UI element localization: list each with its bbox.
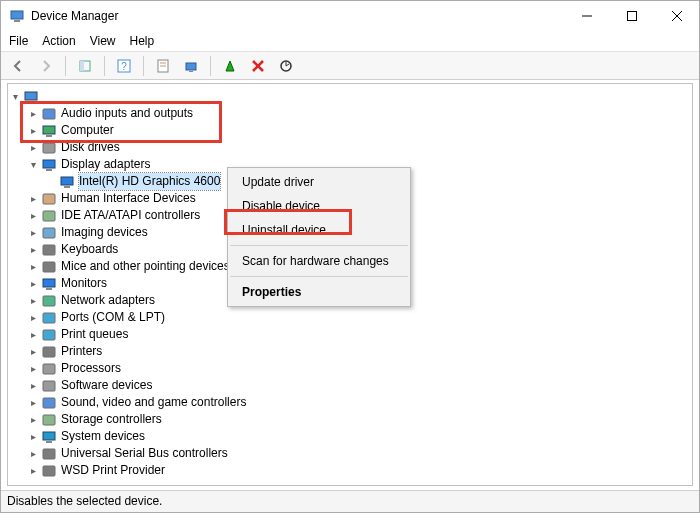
separator — [143, 56, 144, 76]
minimize-button[interactable] — [564, 1, 609, 31]
menu-action[interactable]: Action — [42, 34, 75, 48]
category-label: Audio inputs and outputs — [61, 105, 193, 122]
category-label: System devices — [61, 428, 145, 445]
category-label: Universal Serial Bus controllers — [61, 445, 228, 462]
help-button[interactable]: ? — [113, 55, 135, 77]
titlebar: Device Manager — [1, 1, 699, 31]
expand-icon[interactable]: ▸ — [26, 292, 40, 309]
menu-view[interactable]: View — [90, 34, 116, 48]
expand-icon[interactable]: ▸ — [26, 428, 40, 445]
expand-icon[interactable]: ▾ — [26, 156, 40, 173]
mouse-icon — [41, 259, 57, 275]
forward-button[interactable] — [35, 55, 57, 77]
back-button[interactable] — [7, 55, 29, 77]
expand-icon[interactable]: ▸ — [26, 411, 40, 428]
svg-rect-39 — [43, 364, 55, 374]
computer-icon — [41, 123, 57, 139]
expand-icon[interactable]: ▸ — [26, 105, 40, 122]
expand-icon[interactable]: ▸ — [26, 309, 40, 326]
statusbar: Disables the selected device. — [1, 490, 699, 512]
tree-category[interactable]: ▸Print queues — [8, 326, 692, 343]
cm-scan-hardware[interactable]: Scan for hardware changes — [228, 249, 410, 273]
expand-icon[interactable]: ▸ — [26, 326, 40, 343]
update-driver-button[interactable] — [180, 55, 202, 77]
expand-icon[interactable]: ▸ — [26, 360, 40, 377]
expand-icon[interactable]: ▸ — [26, 394, 40, 411]
show-hide-button[interactable] — [74, 55, 96, 77]
cm-properties[interactable]: Properties — [228, 280, 410, 304]
cm-update-driver[interactable]: Update driver — [228, 170, 410, 194]
svg-rect-35 — [43, 296, 55, 306]
properties-button[interactable] — [152, 55, 174, 77]
tree-category[interactable]: ▸Universal Serial Bus controllers — [8, 445, 692, 462]
tree-root[interactable]: ▾ — [8, 88, 692, 105]
category-label: Mice and other pointing devices — [61, 258, 230, 275]
tree-category[interactable]: ▸Processors — [8, 360, 692, 377]
svg-rect-45 — [43, 449, 55, 459]
monitor-icon — [41, 276, 57, 292]
app-icon — [9, 8, 25, 24]
software-icon — [41, 378, 57, 394]
tree-category[interactable]: ▸Computer — [8, 122, 692, 139]
tree-category[interactable]: ▸Audio inputs and outputs — [8, 105, 692, 122]
category-label: Network adapters — [61, 292, 155, 309]
svg-rect-25 — [46, 169, 52, 171]
tree-category[interactable]: ▸Sound, video and game controllers — [8, 394, 692, 411]
expand-icon[interactable]: ▸ — [26, 122, 40, 139]
svg-rect-7 — [80, 61, 84, 71]
uninstall-button[interactable] — [247, 55, 269, 77]
svg-rect-18 — [25, 92, 37, 100]
imaging-icon — [41, 225, 57, 241]
expand-icon[interactable]: ▸ — [26, 139, 40, 156]
menu-help[interactable]: Help — [130, 34, 155, 48]
svg-rect-44 — [46, 441, 52, 443]
expand-icon[interactable]: ▸ — [26, 224, 40, 241]
tree-category[interactable]: ▸Software devices — [8, 377, 692, 394]
tree-category[interactable]: ▸Disk drives — [8, 139, 692, 156]
svg-rect-38 — [43, 347, 55, 357]
maximize-button[interactable] — [609, 1, 654, 31]
expand-icon[interactable]: ▸ — [26, 207, 40, 224]
tree-category[interactable]: ▸Ports (COM & LPT) — [8, 309, 692, 326]
svg-rect-29 — [43, 211, 55, 221]
cm-disable-device[interactable]: Disable device — [228, 194, 410, 218]
expand-icon[interactable]: ▸ — [26, 241, 40, 258]
enable-button[interactable] — [219, 55, 241, 77]
svg-rect-21 — [43, 126, 55, 134]
window-title: Device Manager — [31, 9, 564, 23]
tree-category[interactable]: ▸WSD Print Provider — [8, 462, 692, 479]
separator — [210, 56, 211, 76]
svg-rect-28 — [43, 194, 55, 204]
expand-icon[interactable]: ▸ — [26, 258, 40, 275]
expand-icon[interactable]: ▸ — [26, 343, 40, 360]
separator — [65, 56, 66, 76]
sound-icon — [41, 395, 57, 411]
expand-icon[interactable]: ▸ — [26, 462, 40, 479]
hid-icon — [41, 191, 57, 207]
category-label: Computer — [61, 122, 114, 139]
category-label: Processors — [61, 360, 121, 377]
menu-file[interactable]: File — [9, 34, 28, 48]
svg-rect-43 — [43, 432, 55, 440]
expand-icon[interactable]: ▸ — [26, 275, 40, 292]
cm-separator — [230, 245, 408, 246]
scan-button[interactable] — [275, 55, 297, 77]
expand-icon[interactable]: ▸ — [26, 445, 40, 462]
device-label: Intel(R) HD Graphics 4600 — [79, 173, 220, 190]
tree-category[interactable]: ▸Printers — [8, 343, 692, 360]
tree-category[interactable]: ▸System devices — [8, 428, 692, 445]
svg-rect-26 — [61, 177, 73, 185]
expand-icon[interactable]: ▸ — [26, 190, 40, 207]
toolbar: ? — [1, 52, 699, 80]
category-label: Ports (COM & LPT) — [61, 309, 165, 326]
svg-rect-3 — [627, 12, 636, 21]
expand-icon[interactable]: ▸ — [26, 377, 40, 394]
svg-rect-34 — [46, 288, 52, 290]
close-button[interactable] — [654, 1, 699, 31]
separator — [104, 56, 105, 76]
audio-icon — [41, 106, 57, 122]
cpu-icon — [41, 361, 57, 377]
svg-rect-46 — [43, 466, 55, 476]
tree-category[interactable]: ▸Storage controllers — [8, 411, 692, 428]
cm-uninstall-device[interactable]: Uninstall device — [228, 218, 410, 242]
